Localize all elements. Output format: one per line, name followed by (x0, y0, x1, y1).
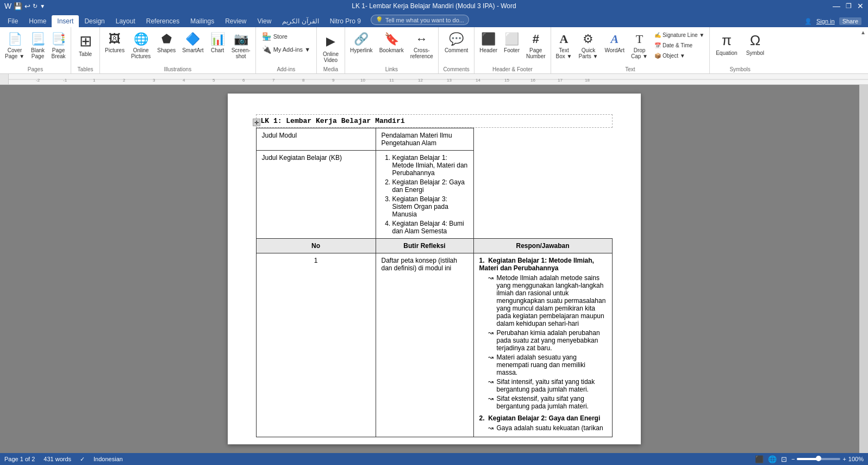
close-btn[interactable]: ✕ (857, 2, 864, 10)
tab-review[interactable]: Review (220, 15, 252, 27)
bullet-item: ↝ Sifat intensif, yaitu sifat yang tidak… (488, 378, 607, 393)
word-icon: W (4, 2, 11, 10)
cover-page-icon: 📄 (8, 32, 22, 46)
quick-parts-btn[interactable]: ⚙ Quick Parts ▼ (576, 30, 601, 61)
screenshot-btn[interactable]: 📷 Screen- shot (229, 30, 253, 61)
no-header: No (256, 239, 376, 253)
svg-text:14: 14 (476, 78, 480, 83)
save-quick-btn[interactable]: 💾 (14, 2, 22, 10)
chart-btn[interactable]: 📊 Chart (208, 30, 228, 55)
online-pictures-btn[interactable]: 🌐 Online Pictures (128, 30, 153, 61)
minimize-btn[interactable]: — (833, 2, 840, 10)
table-move-handle[interactable]: ✛ (253, 119, 260, 126)
share-btn[interactable]: Share (839, 17, 861, 25)
pictures-btn[interactable]: 🖼 Pictures (102, 30, 127, 55)
doc-page[interactable]: ✛ LK 1: Lembar Kerja Belajar Mandiri Jud… (228, 94, 641, 444)
signin-area: 👤 Sign in Share (800, 17, 866, 27)
table-btn[interactable]: ⊞ Table (74, 30, 96, 59)
equation-btn[interactable]: π Equation (712, 30, 741, 58)
signin-link[interactable]: Sign in (816, 18, 835, 24)
svg-text:17: 17 (558, 78, 563, 83)
svg-text:11: 11 (389, 78, 394, 83)
person-icon: 👤 (804, 18, 812, 25)
page-number-btn[interactable]: # Page Number (523, 30, 548, 61)
hyperlink-btn[interactable]: 🔗 Hyperlink (347, 30, 376, 55)
date-time-btn[interactable]: 📅 Date & Time (652, 41, 707, 50)
section-1-bullets: ↝ Metode Ilmiah adalah metode sains yang… (479, 274, 607, 410)
comment-btn[interactable]: 💬 Comment (441, 30, 472, 55)
hf-group-label: Header & Footer (492, 65, 533, 73)
cross-reference-icon: ↔ (416, 32, 428, 46)
comment-icon: 💬 (449, 32, 464, 46)
group-addins: 🏪 Store 🔌 My Add-ins ▼ Add-ins (256, 27, 317, 73)
drop-cap-btn[interactable]: T Drop Cap ▼ (628, 30, 651, 61)
ruler: -2 -1 1 2 3 4 5 6 7 8 9 10 11 12 13 14 1… (0, 74, 868, 85)
restore-btn[interactable]: ❐ (846, 2, 852, 10)
focus-btn[interactable]: ⊡ (781, 455, 787, 463)
tab-view[interactable]: View (252, 15, 277, 27)
respon-header: Respon/Jawaban (473, 239, 612, 253)
tab-layout[interactable]: Layout (110, 15, 141, 27)
judul-modul-value: Pendalaman Materi Ilmu Pengetahuan Alam (376, 128, 473, 151)
my-addins-icon: 🔌 (262, 45, 271, 54)
zoom-slider[interactable]: − + 100% (791, 456, 864, 462)
tab-insert[interactable]: Insert (52, 15, 79, 27)
tab-home[interactable]: Home (23, 15, 52, 27)
table-header-row: No Butir Refleksi Respon/Jawaban (256, 239, 612, 253)
redo-btn[interactable]: ↻ (33, 3, 38, 10)
list-item: Kegiatan Belajar 2: Gaya dan Energi (392, 178, 468, 194)
zoom-in-icon[interactable]: + (842, 456, 846, 462)
section-1-title: 1. Kegiatan Belajar 1: Metode Ilmiah, Ma… (479, 257, 607, 272)
bullet-sym: ↝ (488, 329, 494, 352)
svg-text:7: 7 (272, 78, 275, 83)
online-video-btn[interactable]: ▶ Online Video (319, 30, 342, 65)
text-box-btn[interactable]: A Text Box ▼ (553, 30, 575, 61)
footer-btn[interactable]: ⬜ Footer (501, 30, 522, 55)
judul-kb-label: Judul Kegiatan Belajar (KB) (256, 151, 376, 239)
svg-text:6: 6 (242, 78, 245, 83)
page-count: Page 1 of 2 (4, 456, 35, 462)
group-illustrations: 🖼 Pictures 🌐 Online Pictures ⬟ Shapes 🔷 … (100, 27, 256, 73)
status-bar: Page 1 of 2 431 words ✓ Indonesian ⬛ 🌐 ⊡… (0, 453, 868, 465)
wordart-btn[interactable]: A WordArt (602, 30, 627, 55)
cover-page-btn[interactable]: 📄 Cover Page ▼ (2, 30, 27, 61)
bookmark-btn[interactable]: 🔖 Bookmark (377, 30, 407, 55)
butir-header: Butir Refleksi (376, 239, 473, 253)
equation-icon: π (722, 32, 732, 49)
tab-file[interactable]: File (2, 15, 23, 27)
store-btn[interactable]: 🏪 Store (258, 30, 291, 42)
online-video-icon: ▶ (326, 32, 335, 50)
collapse-ribbon-btn[interactable]: ▲ (860, 29, 866, 35)
shapes-btn[interactable]: ⬟ Shapes (154, 30, 178, 55)
cross-reference-btn[interactable]: ↔ Cross- reference (408, 30, 436, 61)
header-btn[interactable]: ⬛ Header (477, 30, 500, 55)
svg-text:-1: -1 (63, 78, 67, 83)
status-right: ⬛ 🌐 ⊡ − + 100% (755, 455, 864, 463)
signature-line-btn[interactable]: ✍ Signature Line ▼ (652, 30, 707, 40)
symbol-btn[interactable]: Ω Symbol (742, 30, 768, 58)
blank-page-btn[interactable]: 📃 Blank Page (28, 30, 48, 61)
tell-me-placeholder: Tell me what you want to do... (385, 17, 464, 23)
zoom-out-icon[interactable]: − (791, 456, 795, 462)
svg-text:8: 8 (302, 78, 305, 83)
tab-nitro[interactable]: Nitro Pro 9 (324, 15, 366, 27)
print-layout-btn[interactable]: ⬛ (755, 455, 764, 463)
smartart-btn[interactable]: 🔷 SmartArt (179, 30, 206, 55)
undo-btn[interactable]: ↩ (24, 2, 30, 10)
symbol-icon: Ω (750, 32, 760, 49)
svg-text:16: 16 (530, 78, 535, 83)
tab-quran[interactable]: القرآن الكريم (277, 15, 324, 27)
text-group-label: Text (625, 65, 635, 73)
doc-title: LK 1: Lembar Kerja Belajar Mandiri (261, 117, 405, 125)
group-header-footer: ⬛ Header ⬜ Footer # Page Number Header &… (474, 27, 551, 73)
tab-design[interactable]: Design (79, 15, 110, 27)
object-btn[interactable]: 📦 Object ▼ (652, 51, 707, 60)
my-addins-btn[interactable]: 🔌 My Add-ins ▼ (258, 44, 314, 55)
tab-references[interactable]: References (141, 15, 185, 27)
tab-mailings[interactable]: Mailings (185, 15, 220, 27)
page-break-btn[interactable]: 📑 Page Break (48, 30, 68, 61)
window-controls: — ❐ ✕ (833, 2, 864, 10)
group-comments: 💬 Comment Comments (439, 27, 474, 73)
web-layout-btn[interactable]: 🌐 (768, 455, 777, 463)
tell-me-bar[interactable]: 💡 Tell me what you want to do... (371, 15, 469, 25)
